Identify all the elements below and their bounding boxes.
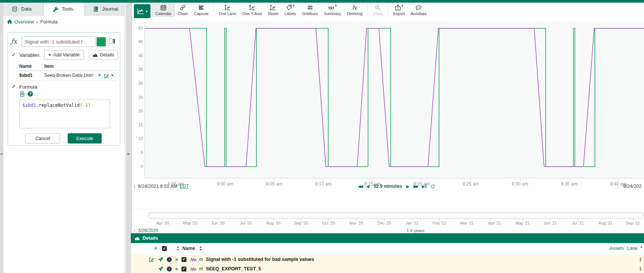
assets-column-header[interactable]: Assets	[610, 246, 624, 251]
dock-panel-icon[interactable]	[109, 38, 115, 44]
chain-button[interactable]: Chain	[175, 3, 191, 17]
variable-details-button[interactable]: Details	[89, 50, 118, 60]
item-name[interactable]: SEEQ_EXPORT_TEST_5	[206, 266, 261, 271]
toolbar-separator	[368, 3, 368, 17]
summary-button[interactable]: ▾ Summary	[321, 3, 344, 17]
rocket-icon[interactable]	[158, 266, 163, 272]
cancel-button[interactable]: Cancel	[25, 133, 60, 144]
variables-item-header: Item	[44, 64, 54, 69]
details-panel-title: Details	[143, 236, 158, 241]
name-column-header[interactable]: Name	[182, 246, 195, 251]
item-checkbox[interactable]: ✓	[182, 257, 186, 262]
dimming-button[interactable]: Dimming	[344, 3, 365, 17]
range-start-time[interactable]: 9/24/2021 8:51 AM	[138, 184, 177, 189]
home-icon[interactable]	[7, 19, 12, 25]
database-icon	[12, 6, 18, 12]
capsule-button[interactable]: Capsule	[191, 3, 212, 17]
divider	[17, 80, 117, 81]
trend-series-svg	[145, 22, 644, 178]
fx-icon: ƒx	[11, 37, 17, 45]
variable-name: $sbd1	[19, 73, 33, 78]
details-area-chart-icon	[135, 236, 140, 241]
step-forward-icon[interactable]: ▶	[406, 184, 409, 189]
item-name[interactable]: Signal with -1 substituted for bad sampl…	[206, 257, 314, 262]
train-range-label: 1.5 years	[407, 228, 424, 233]
lane-column-header[interactable]: Lane	[627, 246, 638, 251]
step-back-icon[interactable]: ◀	[366, 184, 369, 189]
toolbar-item-label: One Y-Axis	[242, 11, 262, 16]
x-axis-tick-mark	[471, 179, 471, 180]
item-lane: 1	[639, 266, 642, 271]
item-edit-icon[interactable]	[149, 257, 154, 262]
train-month-label: Apr '20	[151, 221, 175, 225]
x-axis-tick-mark	[274, 179, 275, 180]
auto-update-icon[interactable]	[430, 184, 435, 189]
collapse-left-icon[interactable]: «	[0, 151, 3, 156]
add-variable-label: Add Variable	[53, 52, 80, 58]
panel-collapse-rail[interactable]: «	[126, 3, 132, 273]
toolbar-item-label: Reset	[268, 11, 278, 16]
help-icon[interactable]: ?	[28, 91, 33, 97]
execute-button[interactable]: Execute	[68, 133, 102, 144]
calendar-button[interactable]: Calendar	[152, 3, 175, 17]
sidebar-tabs: Data Tools Journal	[3, 3, 124, 16]
one-y-axis-button[interactable]: One Y-Axis	[239, 3, 265, 17]
formula-editor[interactable]: $sbd1.replaceNotValid(-1)	[19, 100, 110, 128]
color-swatch-button[interactable]	[96, 37, 106, 47]
trend-toolbar: ▾ Calendar Chain Capsule One Lane One Y-…	[132, 3, 644, 21]
step-back-much-icon[interactable]: ◀◀	[358, 184, 362, 189]
one-lane-button[interactable]: One Lane	[216, 3, 239, 17]
variable-edit-pencil-icon[interactable]	[104, 73, 109, 79]
y-axis-tick-label: 25	[132, 95, 143, 100]
labels-button[interactable]: ▾ Labels	[281, 3, 299, 17]
collapse-panel-icon[interactable]: «	[127, 151, 130, 156]
reset-button[interactable]: Reset	[265, 3, 281, 17]
tab-data[interactable]: Data	[3, 3, 44, 16]
plot-area[interactable]	[144, 22, 644, 178]
view-mode-dropdown[interactable]: ▾	[134, 4, 151, 18]
duration-label[interactable]: 52.9 minutes	[373, 184, 402, 189]
rocket-icon[interactable]	[158, 257, 163, 262]
gridlines-button[interactable]: Gridlines	[299, 3, 321, 17]
details-row[interactable]: i×✓mSEEQ_EXPORT_TEST_51	[131, 264, 644, 273]
variable-add-icon[interactable]: +	[98, 72, 101, 78]
details-panel-header[interactable]: Details	[131, 233, 644, 243]
reset-icon	[270, 5, 276, 11]
seeq-workbench: « Data Tools Journal Overview » Formula …	[0, 0, 644, 273]
annotate-button[interactable]: Annotate	[408, 3, 430, 17]
formula-doc-icon[interactable]	[19, 91, 25, 97]
sort-icon[interactable]	[176, 246, 180, 251]
details-row[interactable]: i×✓mSignal with -1 substituted for bad s…	[131, 254, 644, 264]
info-icon[interactable]: i	[167, 267, 172, 271]
train-month-label: Dec '20	[372, 221, 396, 225]
formula-tool-card: ƒx ✓ Variables + Add Variable Details Na…	[8, 32, 120, 146]
export-button[interactable]: ▾ Export	[390, 3, 408, 17]
select-all-checkbox[interactable]: ✓	[162, 246, 167, 251]
y-axis-tick-label: 50	[132, 26, 143, 30]
range-end-time[interactable]: 9/24/202	[623, 184, 644, 189]
lane-sort-asc-icon[interactable]: ▲	[640, 245, 643, 248]
y-axis-tick-label: 20	[132, 109, 143, 113]
train-scrollbar[interactable]	[148, 212, 644, 218]
add-variable-button[interactable]: + Add Variable	[44, 50, 84, 60]
variable-remove-icon[interactable]: ×	[111, 72, 114, 78]
tab-tools[interactable]: Tools	[44, 3, 84, 16]
train-month-label: Aug '20	[261, 221, 286, 225]
train-start-date[interactable]: 3/26/2020	[138, 228, 158, 233]
info-icon[interactable]: i	[167, 257, 172, 262]
remove-item-icon[interactable]: ×	[175, 267, 178, 271]
tab-label: Tools	[62, 6, 73, 12]
breadcrumb-overview[interactable]: Overview	[14, 19, 34, 25]
step-to-now-icon[interactable]: ▶	[422, 184, 426, 189]
series-signal-with-1-substituted-for-bad-sample	[145, 28, 644, 167]
tab-journal[interactable]: Journal	[84, 3, 125, 16]
item-name-input[interactable]	[22, 36, 96, 47]
train-month-label: Jun '20	[206, 221, 230, 225]
sort-icon[interactable]	[199, 246, 202, 251]
remove-all-icon[interactable]: ×	[154, 245, 157, 251]
item-checkbox[interactable]: ✓	[182, 267, 186, 271]
step-forward-much-icon[interactable]: ▶▶	[414, 184, 418, 189]
remove-item-icon[interactable]: ×	[175, 257, 178, 262]
toolbar-item-label: Gridlines	[302, 11, 318, 16]
timezone-link[interactable]: EDT	[180, 184, 189, 189]
